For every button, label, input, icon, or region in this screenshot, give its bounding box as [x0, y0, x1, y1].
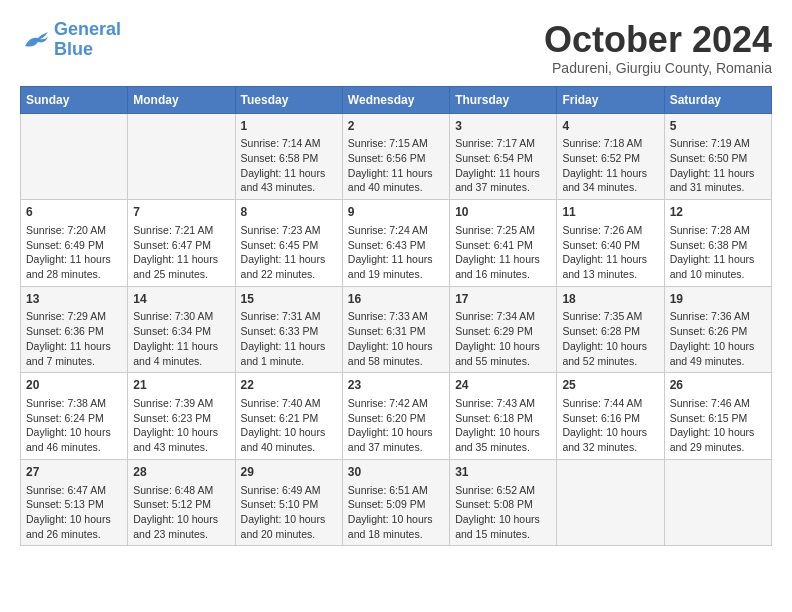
day-number: 24	[455, 377, 551, 394]
calendar-cell: 28Sunrise: 6:48 AM Sunset: 5:12 PM Dayli…	[128, 459, 235, 546]
cell-content: Sunrise: 7:28 AM Sunset: 6:38 PM Dayligh…	[670, 223, 766, 282]
calendar-cell	[21, 113, 128, 200]
day-number: 10	[455, 204, 551, 221]
day-number: 2	[348, 118, 444, 135]
week-row-4: 20Sunrise: 7:38 AM Sunset: 6:24 PM Dayli…	[21, 373, 772, 460]
day-number: 16	[348, 291, 444, 308]
calendar-cell: 7Sunrise: 7:21 AM Sunset: 6:47 PM Daylig…	[128, 200, 235, 287]
calendar-cell: 14Sunrise: 7:30 AM Sunset: 6:34 PM Dayli…	[128, 286, 235, 373]
calendar-cell: 20Sunrise: 7:38 AM Sunset: 6:24 PM Dayli…	[21, 373, 128, 460]
cell-content: Sunrise: 7:24 AM Sunset: 6:43 PM Dayligh…	[348, 223, 444, 282]
week-row-3: 13Sunrise: 7:29 AM Sunset: 6:36 PM Dayli…	[21, 286, 772, 373]
calendar-cell: 31Sunrise: 6:52 AM Sunset: 5:08 PM Dayli…	[450, 459, 557, 546]
cell-content: Sunrise: 6:52 AM Sunset: 5:08 PM Dayligh…	[455, 483, 551, 542]
cell-content: Sunrise: 6:51 AM Sunset: 5:09 PM Dayligh…	[348, 483, 444, 542]
calendar-cell	[557, 459, 664, 546]
day-number: 7	[133, 204, 229, 221]
day-number: 9	[348, 204, 444, 221]
calendar-cell: 3Sunrise: 7:17 AM Sunset: 6:54 PM Daylig…	[450, 113, 557, 200]
calendar-cell: 12Sunrise: 7:28 AM Sunset: 6:38 PM Dayli…	[664, 200, 771, 287]
cell-content: Sunrise: 7:19 AM Sunset: 6:50 PM Dayligh…	[670, 136, 766, 195]
calendar-table: SundayMondayTuesdayWednesdayThursdayFrid…	[20, 86, 772, 547]
calendar-cell: 6Sunrise: 7:20 AM Sunset: 6:49 PM Daylig…	[21, 200, 128, 287]
cell-content: Sunrise: 6:48 AM Sunset: 5:12 PM Dayligh…	[133, 483, 229, 542]
calendar-cell: 24Sunrise: 7:43 AM Sunset: 6:18 PM Dayli…	[450, 373, 557, 460]
calendar-cell: 18Sunrise: 7:35 AM Sunset: 6:28 PM Dayli…	[557, 286, 664, 373]
calendar-cell: 30Sunrise: 6:51 AM Sunset: 5:09 PM Dayli…	[342, 459, 449, 546]
calendar-cell: 9Sunrise: 7:24 AM Sunset: 6:43 PM Daylig…	[342, 200, 449, 287]
week-row-5: 27Sunrise: 6:47 AM Sunset: 5:13 PM Dayli…	[21, 459, 772, 546]
calendar-cell: 16Sunrise: 7:33 AM Sunset: 6:31 PM Dayli…	[342, 286, 449, 373]
cell-content: Sunrise: 7:17 AM Sunset: 6:54 PM Dayligh…	[455, 136, 551, 195]
day-header-monday: Monday	[128, 86, 235, 113]
day-number: 4	[562, 118, 658, 135]
week-row-2: 6Sunrise: 7:20 AM Sunset: 6:49 PM Daylig…	[21, 200, 772, 287]
calendar-cell: 17Sunrise: 7:34 AM Sunset: 6:29 PM Dayli…	[450, 286, 557, 373]
calendar-cell: 13Sunrise: 7:29 AM Sunset: 6:36 PM Dayli…	[21, 286, 128, 373]
month-title: October 2024	[544, 20, 772, 60]
cell-content: Sunrise: 6:49 AM Sunset: 5:10 PM Dayligh…	[241, 483, 337, 542]
day-number: 3	[455, 118, 551, 135]
day-number: 18	[562, 291, 658, 308]
day-header-tuesday: Tuesday	[235, 86, 342, 113]
page-header: General Blue October 2024 Padureni, Giur…	[20, 20, 772, 76]
day-number: 21	[133, 377, 229, 394]
calendar-cell: 23Sunrise: 7:42 AM Sunset: 6:20 PM Dayli…	[342, 373, 449, 460]
day-header-sunday: Sunday	[21, 86, 128, 113]
cell-content: Sunrise: 7:31 AM Sunset: 6:33 PM Dayligh…	[241, 309, 337, 368]
cell-content: Sunrise: 7:33 AM Sunset: 6:31 PM Dayligh…	[348, 309, 444, 368]
calendar-cell: 5Sunrise: 7:19 AM Sunset: 6:50 PM Daylig…	[664, 113, 771, 200]
day-number: 11	[562, 204, 658, 221]
header-row: SundayMondayTuesdayWednesdayThursdayFrid…	[21, 86, 772, 113]
logo: General Blue	[20, 20, 121, 60]
day-number: 1	[241, 118, 337, 135]
cell-content: Sunrise: 7:20 AM Sunset: 6:49 PM Dayligh…	[26, 223, 122, 282]
cell-content: Sunrise: 7:30 AM Sunset: 6:34 PM Dayligh…	[133, 309, 229, 368]
cell-content: Sunrise: 7:21 AM Sunset: 6:47 PM Dayligh…	[133, 223, 229, 282]
calendar-cell: 8Sunrise: 7:23 AM Sunset: 6:45 PM Daylig…	[235, 200, 342, 287]
calendar-cell	[664, 459, 771, 546]
day-number: 12	[670, 204, 766, 221]
calendar-cell: 27Sunrise: 6:47 AM Sunset: 5:13 PM Dayli…	[21, 459, 128, 546]
cell-content: Sunrise: 7:34 AM Sunset: 6:29 PM Dayligh…	[455, 309, 551, 368]
cell-content: Sunrise: 7:46 AM Sunset: 6:15 PM Dayligh…	[670, 396, 766, 455]
day-number: 8	[241, 204, 337, 221]
calendar-cell: 1Sunrise: 7:14 AM Sunset: 6:58 PM Daylig…	[235, 113, 342, 200]
cell-content: Sunrise: 7:36 AM Sunset: 6:26 PM Dayligh…	[670, 309, 766, 368]
cell-content: Sunrise: 7:43 AM Sunset: 6:18 PM Dayligh…	[455, 396, 551, 455]
day-header-thursday: Thursday	[450, 86, 557, 113]
cell-content: Sunrise: 7:40 AM Sunset: 6:21 PM Dayligh…	[241, 396, 337, 455]
day-number: 30	[348, 464, 444, 481]
calendar-cell: 11Sunrise: 7:26 AM Sunset: 6:40 PM Dayli…	[557, 200, 664, 287]
calendar-cell: 25Sunrise: 7:44 AM Sunset: 6:16 PM Dayli…	[557, 373, 664, 460]
calendar-cell: 29Sunrise: 6:49 AM Sunset: 5:10 PM Dayli…	[235, 459, 342, 546]
day-number: 29	[241, 464, 337, 481]
cell-content: Sunrise: 7:25 AM Sunset: 6:41 PM Dayligh…	[455, 223, 551, 282]
day-number: 22	[241, 377, 337, 394]
cell-content: Sunrise: 7:14 AM Sunset: 6:58 PM Dayligh…	[241, 136, 337, 195]
week-row-1: 1Sunrise: 7:14 AM Sunset: 6:58 PM Daylig…	[21, 113, 772, 200]
cell-content: Sunrise: 7:23 AM Sunset: 6:45 PM Dayligh…	[241, 223, 337, 282]
location-subtitle: Padureni, Giurgiu County, Romania	[544, 60, 772, 76]
day-header-friday: Friday	[557, 86, 664, 113]
cell-content: Sunrise: 6:47 AM Sunset: 5:13 PM Dayligh…	[26, 483, 122, 542]
day-number: 19	[670, 291, 766, 308]
calendar-cell	[128, 113, 235, 200]
day-number: 6	[26, 204, 122, 221]
cell-content: Sunrise: 7:15 AM Sunset: 6:56 PM Dayligh…	[348, 136, 444, 195]
logo-icon	[20, 28, 50, 52]
cell-content: Sunrise: 7:18 AM Sunset: 6:52 PM Dayligh…	[562, 136, 658, 195]
calendar-cell: 4Sunrise: 7:18 AM Sunset: 6:52 PM Daylig…	[557, 113, 664, 200]
day-number: 15	[241, 291, 337, 308]
cell-content: Sunrise: 7:29 AM Sunset: 6:36 PM Dayligh…	[26, 309, 122, 368]
cell-content: Sunrise: 7:42 AM Sunset: 6:20 PM Dayligh…	[348, 396, 444, 455]
day-header-wednesday: Wednesday	[342, 86, 449, 113]
day-number: 31	[455, 464, 551, 481]
title-block: October 2024 Padureni, Giurgiu County, R…	[544, 20, 772, 76]
day-number: 28	[133, 464, 229, 481]
day-number: 26	[670, 377, 766, 394]
calendar-cell: 2Sunrise: 7:15 AM Sunset: 6:56 PM Daylig…	[342, 113, 449, 200]
day-number: 23	[348, 377, 444, 394]
calendar-cell: 19Sunrise: 7:36 AM Sunset: 6:26 PM Dayli…	[664, 286, 771, 373]
day-number: 17	[455, 291, 551, 308]
